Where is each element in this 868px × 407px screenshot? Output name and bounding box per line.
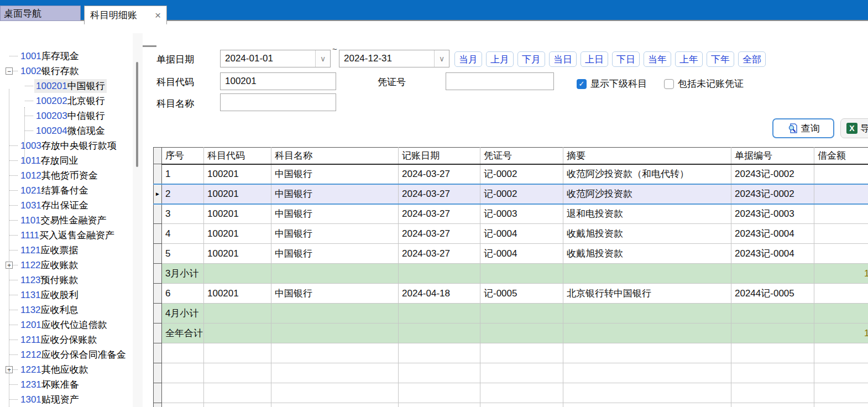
expand-icon[interactable]: + — [6, 366, 13, 373]
column-header[interactable]: 单据编号 — [731, 148, 814, 164]
tree-item-account[interactable]: + 1122应收账款 — [0, 258, 133, 273]
column-header[interactable]: 序号 — [162, 148, 204, 164]
cell: 2024-03-27 — [399, 244, 480, 264]
expand-icon[interactable]: + — [6, 262, 13, 269]
tree-item-account[interactable]: 100203中信银行 — [0, 108, 133, 123]
tree-item-account[interactable]: 1121应收票据 — [0, 243, 133, 258]
tree-item-account[interactable]: 1211应收分保账款 — [0, 332, 133, 347]
account-name: 中国银行 — [67, 81, 105, 91]
tree-scrollbar-thumb[interactable] — [136, 62, 138, 167]
export-excel-button[interactable]: X 导出 — [840, 118, 868, 138]
quick-date-button[interactable]: 上年 — [675, 51, 703, 67]
excel-icon: X — [846, 123, 857, 134]
column-header[interactable]: 记账日期 — [399, 148, 480, 164]
chevron-down-icon[interactable]: ∨ — [434, 50, 449, 67]
account-name-input[interactable] — [220, 93, 336, 111]
tree-item-account[interactable]: 1231坏账准备 — [0, 377, 133, 392]
collapse-icon[interactable]: − — [6, 67, 13, 75]
row-selector[interactable] — [154, 323, 162, 343]
show-sub-accounts-checkbox[interactable]: ✓ 显示下级科目 — [577, 77, 647, 90]
account-name: 结算备付金 — [41, 185, 88, 196]
query-button[interactable]: 查询 — [772, 118, 834, 138]
account-name: 预付账款 — [41, 275, 79, 285]
chevron-down-icon[interactable]: ∨ — [315, 50, 330, 67]
tab-subject-ledger[interactable]: 科目明细账 × — [84, 6, 167, 24]
voucher-no-input[interactable] — [446, 72, 554, 90]
row-selector[interactable] — [154, 164, 162, 184]
quick-date-button[interactable]: 上月 — [486, 51, 514, 67]
tree-item-account[interactable]: 1101交易性金融资产 — [0, 213, 133, 228]
row-selector[interactable] — [154, 383, 162, 403]
quick-date-button[interactable]: 上日 — [581, 51, 608, 67]
quick-date-button[interactable]: 下日 — [612, 51, 640, 67]
current-row-marker[interactable]: ► — [154, 184, 162, 204]
tree-item-account[interactable]: 1123预付账款 — [0, 273, 133, 288]
row-selector[interactable] — [154, 224, 162, 244]
ledger-row[interactable]: 3100201中国银行2024-03-27记-0003退和电投资款20243记-… — [154, 204, 868, 224]
ledger-row[interactable]: 4100201中国银行2024-03-27记-0004收戴旭投资款20243记-… — [154, 224, 868, 244]
quick-date-button[interactable]: 当日 — [549, 51, 577, 67]
tree-item-account[interactable]: 1131应收股利 — [0, 288, 133, 302]
subtotal-row[interactable]: 3月小计1 — [154, 264, 868, 284]
tree-item-account[interactable]: + 1221其他应收款 — [0, 362, 133, 377]
quick-date-button[interactable]: 下年 — [707, 51, 734, 67]
tree-item-account[interactable]: 1011存放同业 — [0, 153, 133, 168]
date-to-combobox[interactable]: 2024-12-31 ∨ — [339, 50, 449, 67]
ledger-row[interactable]: 5100201中国银行2024-03-27记-0004收戴旭投资款20243记-… — [154, 244, 868, 264]
tree-item-account[interactable]: 1012其他货币资金 — [0, 168, 133, 183]
include-unposted-checkbox[interactable]: 包括未记账凭证 — [664, 77, 744, 90]
row-selector[interactable] — [154, 343, 162, 363]
subtotal-row[interactable]: 4月小计 — [154, 304, 868, 323]
account-code: 1101 — [20, 215, 41, 226]
row-selector[interactable] — [154, 304, 162, 323]
tree-item-account[interactable]: 1132应收利息 — [0, 302, 133, 317]
column-header[interactable]: 摘要 — [563, 148, 731, 164]
account-code-input[interactable]: 100201 — [220, 72, 336, 90]
row-selector[interactable] — [154, 244, 162, 264]
account-code: 1122 — [20, 260, 41, 270]
cell — [162, 383, 204, 403]
tree-item-account[interactable]: 100201中国银行 — [0, 79, 133, 93]
quick-date-button[interactable]: 下月 — [517, 51, 545, 67]
empty-row[interactable] — [154, 343, 868, 363]
cell — [204, 323, 271, 343]
tree-item-account[interactable]: 100202北京银行 — [0, 93, 133, 108]
ledger-row[interactable]: 6100201中国银行2024-04-18记-0005北京银行转中国银行2024… — [154, 284, 868, 304]
row-selector-header[interactable] — [154, 148, 162, 164]
tree-item-account[interactable]: 1001库存现金 — [0, 49, 133, 64]
tree-item-account[interactable]: 1301贴现资产 — [0, 392, 133, 407]
quick-date-button[interactable]: 当年 — [644, 51, 671, 67]
row-selector[interactable] — [154, 204, 162, 224]
tree-item-account[interactable]: 1031存出保证金 — [0, 198, 133, 213]
tree-item-account[interactable]: 1003存放中央银行款项 — [0, 138, 133, 153]
ledger-row[interactable]: ►2100201中国银行2024-03-27记-0002收范阿沙投资款20243… — [154, 184, 868, 204]
empty-row[interactable] — [154, 363, 868, 383]
quick-date-button[interactable]: 当月 — [454, 51, 482, 67]
row-selector[interactable] — [154, 403, 162, 407]
cell: 2024-03-27 — [399, 164, 480, 184]
tree-item-account[interactable]: 1212应收分保合同准备金 — [0, 347, 133, 362]
cell — [814, 383, 868, 403]
row-selector[interactable] — [154, 284, 162, 304]
ledger-row[interactable]: 1100201中国银行2024-03-27记-0002收范阿沙投资款（和电代转）… — [154, 164, 868, 184]
subtotal-row[interactable]: 全年合计1 — [154, 323, 868, 343]
date-from-combobox[interactable]: 2024-01-01 ∨ — [220, 50, 331, 67]
close-icon[interactable]: × — [155, 10, 161, 20]
row-selector[interactable] — [154, 363, 162, 383]
tree-item-account[interactable]: 100204微信现金 — [0, 123, 133, 138]
column-header[interactable]: 科目代码 — [204, 148, 271, 164]
account-name: 存放中央银行款项 — [41, 140, 117, 151]
tree-item-account[interactable]: 1021结算备付金 — [0, 183, 133, 198]
quick-date-button[interactable]: 全部 — [738, 51, 766, 67]
column-header[interactable]: 凭证号 — [480, 148, 563, 164]
account-tree: 1001库存现金 − 1002银行存款 100201中国银行 100202北京银… — [0, 33, 133, 407]
tree-item-account[interactable]: − 1002银行存款 — [0, 64, 133, 79]
tree-item-account[interactable]: 1111买入返售金融资产 — [0, 228, 133, 243]
row-selector[interactable] — [154, 264, 162, 284]
empty-row[interactable] — [154, 403, 868, 407]
tree-item-account[interactable]: 1201应收代位追偿款 — [0, 317, 133, 332]
tab-desktop-navigation[interactable]: 桌面导航 — [0, 6, 81, 21]
column-header[interactable]: 科目名称 — [271, 148, 399, 164]
empty-row[interactable] — [154, 383, 868, 403]
column-header[interactable]: 借金额 — [814, 148, 868, 164]
